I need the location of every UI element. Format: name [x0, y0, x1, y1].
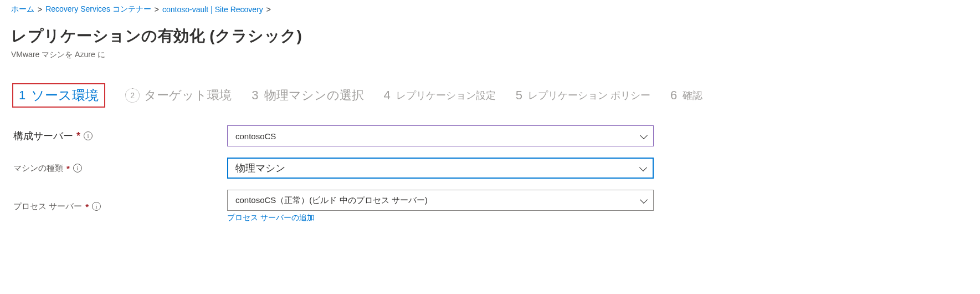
- step-select-physical-machines[interactable]: 3 物理マシンの選択: [252, 87, 363, 104]
- step-label: ターゲット環境: [144, 87, 232, 104]
- breadcrumb-vaults[interactable]: Recovery Services コンテナー: [45, 4, 151, 14]
- required-indicator: *: [76, 130, 80, 142]
- info-icon[interactable]: i: [92, 202, 101, 211]
- field-label: プロセス サーバー: [13, 201, 82, 212]
- chevron-down-icon: [640, 131, 648, 139]
- step-number: 6: [670, 88, 677, 103]
- step-review[interactable]: 6 確認: [670, 88, 702, 103]
- step-number: 4: [384, 88, 391, 103]
- step-label: レプリケーション ポリシー: [528, 89, 650, 102]
- field-machine-type: マシンの種類 * i 物理マシン: [11, 153, 969, 185]
- step-label: 確認: [683, 89, 702, 102]
- source-environment-form: 構成サーバー * i contosoCS マシンの種類 * i 物理マシン: [11, 121, 969, 230]
- dropdown-value: contosoCS（正常）(ビルド 中のプロセス サーバー): [235, 195, 428, 206]
- step-replication-policy[interactable]: 5 レプリケーション ポリシー: [516, 88, 650, 103]
- page-subtitle: VMware マシンを Azure に: [11, 50, 969, 60]
- field-configuration-server: 構成サーバー * i contosoCS: [11, 121, 969, 153]
- page-title: レプリケーションの有効化 (クラシック): [11, 26, 969, 47]
- breadcrumb-sep: >: [38, 5, 42, 14]
- step-number: 5: [516, 88, 522, 103]
- process-server-dropdown[interactable]: contosoCS（正常）(ビルド 中のプロセス サーバー): [227, 190, 654, 211]
- breadcrumb-home[interactable]: ホーム: [11, 4, 34, 14]
- info-icon[interactable]: i: [84, 131, 93, 140]
- dropdown-value: contosoCS: [235, 131, 276, 141]
- chevron-down-icon: [640, 196, 648, 204]
- step-number: 1: [19, 88, 25, 103]
- field-process-server: プロセス サーバー * i contosoCS（正常）(ビルド 中のプロセス サ…: [11, 185, 969, 230]
- step-label: ソース環境: [31, 87, 99, 104]
- step-target-environment[interactable]: 2 ターゲット環境: [125, 87, 232, 104]
- breadcrumb-sep: >: [155, 5, 159, 14]
- breadcrumb: ホーム > Recovery Services コンテナー > contoso-…: [11, 4, 969, 14]
- required-indicator: *: [85, 202, 89, 211]
- step-label: レプリケーション設定: [396, 89, 496, 102]
- breadcrumb-sep: >: [266, 5, 271, 14]
- dropdown-value: 物理マシン: [235, 161, 285, 175]
- info-icon[interactable]: i: [73, 164, 82, 173]
- step-label: 物理マシンの選択: [264, 87, 364, 104]
- step-replication-settings[interactable]: 4 レプリケーション設定: [384, 88, 496, 103]
- breadcrumb-current[interactable]: contoso-vault | Site Recovery: [162, 5, 263, 14]
- step-number: 3: [252, 88, 258, 103]
- configuration-server-dropdown[interactable]: contosoCS: [227, 125, 654, 146]
- field-label: マシンの種類: [13, 163, 63, 174]
- field-label: 構成サーバー: [13, 129, 73, 143]
- wizard-steps: 1 ソース環境 2 ターゲット環境 3 物理マシンの選択 4 レプリケーション設…: [12, 83, 969, 108]
- chevron-down-icon: [639, 164, 647, 171]
- step-number-badge: 2: [125, 88, 140, 103]
- step-source-environment[interactable]: 1 ソース環境: [12, 83, 105, 108]
- add-process-server-link[interactable]: プロセス サーバーの追加: [227, 213, 654, 223]
- required-indicator: *: [66, 164, 70, 173]
- machine-type-dropdown[interactable]: 物理マシン: [227, 158, 654, 179]
